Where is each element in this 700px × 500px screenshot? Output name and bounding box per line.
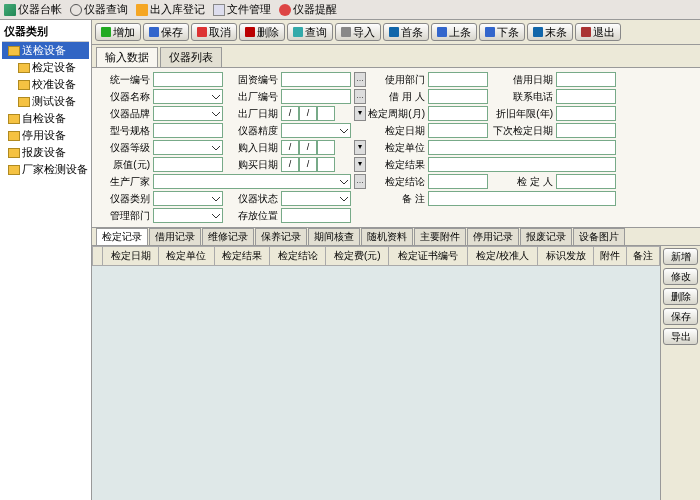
location-field[interactable] [281,208,351,223]
query-button[interactable]: 查询 [287,23,333,41]
borrow-date-field[interactable] [556,72,616,87]
lbl-brand: 仪器品牌 [98,107,150,121]
exit-button[interactable]: 退出 [575,23,621,41]
mfg-date-field[interactable]: // [281,106,351,121]
asset-no-picker[interactable]: … [354,72,366,87]
category-tree: 仪器类别 送检设备检定设备校准设备测试设备自检设备停用设备报废设备厂家检测设备 [0,20,92,500]
remark-field[interactable] [428,191,616,206]
down-button[interactable]: 下条 [479,23,525,41]
tree-node[interactable]: 自检设备 [2,110,89,127]
record-tab[interactable]: 报废记录 [520,228,572,245]
up-button[interactable]: 上条 [431,23,477,41]
lbl-buy-date: 购买日期 [226,158,278,172]
last-button[interactable]: 末条 [527,23,573,41]
record-tab[interactable]: 保养记录 [255,228,307,245]
lbl-phone: 联系电话 [491,90,553,104]
lbl-checker: 检 定 人 [491,175,553,189]
record-tab[interactable]: 随机资料 [361,228,413,245]
tree-node[interactable]: 测试设备 [2,93,89,110]
lbl-precision: 仪器精度 [226,124,278,138]
grid-col-header[interactable]: 附件 [593,247,626,266]
imp-icon [341,27,351,37]
imp-button[interactable]: 导入 [335,23,381,41]
grid-修改-button[interactable]: 修改 [663,268,698,285]
category-field[interactable] [153,191,223,206]
save-icon [149,27,159,37]
mfg-date-picker[interactable]: ▾ [354,106,366,121]
tab-query[interactable]: 仪器查询 [70,2,128,17]
records-grid[interactable]: 检定日期检定单位检定结果检定结论检定费(元)检定证书编号检定/校准人标识发放附件… [92,246,660,500]
grid-保存-button[interactable]: 保存 [663,308,698,325]
grid-删除-button[interactable]: 删除 [663,288,698,305]
grid-col-header[interactable]: 检定单位 [158,247,214,266]
buy-date-field[interactable]: // [281,157,351,172]
record-tab[interactable]: 检定记录 [96,228,148,245]
factory-no-field[interactable] [281,89,351,104]
record-tab[interactable]: 借用记录 [149,228,201,245]
tree-node[interactable]: 送检设备 [2,42,89,59]
tree-node[interactable]: 停用设备 [2,127,89,144]
buy-date-picker[interactable]: ▾ [354,157,366,172]
maker-picker[interactable]: … [354,174,366,189]
value-field[interactable] [153,157,223,172]
grid-col-header[interactable]: 备注 [626,247,659,266]
record-tab[interactable]: 停用记录 [467,228,519,245]
main-toolbar: 增加保存取消删除查询导入首条上条下条末条退出 [92,20,700,45]
tree-node[interactable]: 报废设备 [2,144,89,161]
check-result-field[interactable] [428,157,616,172]
del-button[interactable]: 删除 [239,23,285,41]
grade-field[interactable] [153,140,223,155]
grid-col-header[interactable]: 检定结果 [214,247,270,266]
mgmt-dept-field[interactable] [153,208,223,223]
status-field[interactable] [281,191,351,206]
unified-no-field[interactable] [153,72,223,87]
add-button[interactable]: 增加 [95,23,141,41]
grid-新增-button[interactable]: 新增 [663,248,698,265]
next-check-field[interactable] [556,123,616,138]
grid-导出-button[interactable]: 导出 [663,328,698,345]
tab-remind[interactable]: 仪器提醒 [279,2,337,17]
grid-col-header[interactable]: 检定费(元) [326,247,389,266]
name-field[interactable] [153,89,223,104]
factory-no-picker[interactable]: … [354,89,366,104]
record-tab[interactable]: 设备图片 [573,228,625,245]
record-tab[interactable]: 维修记录 [202,228,254,245]
lbl-borrower: 借 用 人 [367,90,425,104]
depreciation-field[interactable] [556,106,616,121]
grid-col-header[interactable]: 检定结论 [270,247,326,266]
record-tab[interactable]: 期间核查 [308,228,360,245]
conclusion-field[interactable] [428,174,488,189]
buyin-date-field[interactable]: // [281,140,351,155]
tab-ledger[interactable]: 仪器台帐 [4,2,62,17]
tree-node[interactable]: 校准设备 [2,76,89,93]
grid-col-header[interactable]: 检定证书编号 [389,247,467,266]
check-unit-field[interactable] [428,140,616,155]
input-form: 统一编号 固资编号 … 使用部门 借用日期 仪器名称 出厂编号 … 借 用 人 … [92,68,700,228]
phone-field[interactable] [556,89,616,104]
grid-col-header[interactable]: 检定日期 [103,247,159,266]
checker-field[interactable] [556,174,616,189]
dept-field[interactable] [428,72,488,87]
check-date-field[interactable] [428,123,488,138]
tree-node[interactable]: 厂家检测设备 [2,161,89,178]
tab-register[interactable]: 出入库登记 [136,2,205,17]
borrower-field[interactable] [428,89,488,104]
grid-col-header[interactable] [93,247,103,266]
cycle-field[interactable] [428,106,488,121]
tab-input-data[interactable]: 输入数据 [96,47,158,67]
save-button[interactable]: 保存 [143,23,189,41]
first-button[interactable]: 首条 [383,23,429,41]
precision-field[interactable] [281,123,351,138]
tab-instrument-list[interactable]: 仪器列表 [160,47,222,67]
buyin-date-picker[interactable]: ▾ [354,140,366,155]
asset-no-field[interactable] [281,72,351,87]
tab-files[interactable]: 文件管理 [213,2,271,17]
maker-field[interactable] [153,174,351,189]
grid-col-header[interactable]: 标识发放 [538,247,594,266]
cancel-button[interactable]: 取消 [191,23,237,41]
brand-field[interactable] [153,106,223,121]
grid-col-header[interactable]: 检定/校准人 [467,247,537,266]
tree-node[interactable]: 检定设备 [2,59,89,76]
record-tab[interactable]: 主要附件 [414,228,466,245]
model-field[interactable] [153,123,223,138]
